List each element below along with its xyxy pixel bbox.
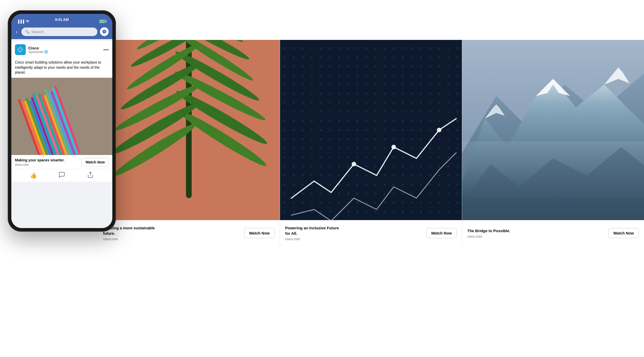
- phone-mockup: ▐▐▐ 9:41 AM: [8, 10, 116, 232]
- search-bar-row: ‹ 🔍 Search: [11, 25, 112, 39]
- like-icon: 👍: [30, 172, 37, 179]
- svg-rect-50: [280, 40, 462, 220]
- phone-screen: ▐▐▐ 9:41 AM: [11, 14, 112, 228]
- ad-footer: Making your spaces smarter. cisco.com Wa…: [11, 155, 112, 169]
- ad-domain-phone: cisco.com: [15, 163, 64, 167]
- carousel-footer-mountains: The Bridge to Possible. cisco.com Watch …: [462, 220, 644, 246]
- svg-rect-61: [462, 141, 644, 198]
- carousel-image-mountains: [462, 40, 644, 220]
- svg-rect-2: [106, 21, 107, 22]
- like-button[interactable]: 👍: [30, 172, 37, 179]
- data-background: /* dots generated in CSS below */: [280, 40, 462, 220]
- status-right: [99, 20, 107, 23]
- svg-point-51: [352, 162, 356, 167]
- signal-icon: ▐▐▐: [17, 20, 24, 23]
- reaction-bar: 👍: [11, 169, 112, 182]
- carousel-ad-title-mountains: The Bridge to Possible.: [467, 228, 510, 233]
- carousel-ad-domain-mountains: cisco.com: [467, 234, 510, 238]
- messenger-button[interactable]: [100, 27, 109, 36]
- phone-shell: ▐▐▐ 9:41 AM: [8, 10, 116, 232]
- svg-point-52: [391, 145, 396, 149]
- post-card: Cisco Sponsored 🌐 ••• Cisco smart buildi…: [11, 41, 112, 169]
- carousel-ad-domain-plant: cisco.com: [103, 237, 160, 241]
- watch-now-button-phone[interactable]: Watch Now: [82, 158, 109, 167]
- svg-rect-1: [100, 21, 105, 22]
- svg-rect-5: [20, 51, 21, 52]
- post-company: Cisco: [28, 46, 48, 50]
- svg-rect-7: [22, 49, 23, 50]
- svg-point-53: [437, 128, 442, 132]
- search-placeholder: Search: [31, 30, 44, 34]
- desktop-carousel-area: Creating a more sustainable future. cisc…: [98, 40, 644, 246]
- carousel-item-mountains: The Bridge to Possible. cisco.com Watch …: [462, 40, 644, 246]
- post-sponsored: Sponsored 🌐: [28, 50, 48, 54]
- carousel-ad-info-mountains: The Bridge to Possible. cisco.com: [467, 228, 510, 238]
- status-time: 9:41 AM: [55, 18, 69, 22]
- carousel-ad-info-data: Powering an Inclusive Future for All. ci…: [285, 225, 342, 241]
- carousel-footer-plant: Creating a more sustainable future. cisc…: [98, 220, 280, 246]
- watch-now-button-mountains[interactable]: Watch Now: [608, 228, 639, 238]
- carousel-ad-title-data: Powering an Inclusive Future for All.: [285, 225, 342, 236]
- watch-now-button-plant[interactable]: Watch Now: [244, 228, 275, 238]
- post-body-text: Cisco smart building solutions allow you…: [11, 57, 112, 78]
- search-bar[interactable]: 🔍 Search: [21, 28, 97, 36]
- post-meta: Cisco Sponsored 🌐: [28, 46, 48, 54]
- back-button[interactable]: ‹: [15, 28, 19, 36]
- plant-background: [98, 40, 280, 220]
- share-icon: [87, 171, 94, 180]
- carousel-image-plant: [98, 40, 280, 220]
- post-header-left: Cisco Sponsored 🌐: [15, 44, 48, 55]
- comment-button[interactable]: [58, 171, 65, 180]
- carousel-container: Creating a more sustainable future. cisc…: [98, 40, 644, 246]
- feed: Cisco Sponsored 🌐 ••• Cisco smart buildi…: [11, 39, 112, 228]
- svg-rect-6: [18, 49, 19, 50]
- ad-footer-text: Making your spaces smarter. cisco.com: [15, 158, 64, 167]
- status-left: ▐▐▐: [17, 20, 30, 23]
- carousel-ad-domain-data: cisco.com: [285, 237, 342, 241]
- search-icon: 🔍: [25, 30, 29, 34]
- status-bar: ▐▐▐ 9:41 AM: [11, 14, 112, 25]
- carousel-footer-data: Powering an Inclusive Future for All. ci…: [280, 220, 462, 246]
- mountains-background: [462, 40, 644, 220]
- post-more-button[interactable]: •••: [103, 47, 109, 53]
- svg-rect-4: [20, 47, 21, 48]
- ad-image: [11, 78, 112, 155]
- post-header: Cisco Sponsored 🌐 •••: [11, 41, 112, 57]
- share-button[interactable]: [87, 171, 94, 180]
- cisco-logo: [15, 44, 26, 55]
- ad-title-phone: Making your spaces smarter.: [15, 158, 64, 162]
- svg-point-3: [16, 45, 25, 54]
- carousel-item-plant: Creating a more sustainable future. cisc…: [98, 40, 280, 246]
- comment-icon: [58, 171, 65, 180]
- wifi-icon: [26, 20, 30, 23]
- carousel-item-data: /* dots generated in CSS below */: [280, 40, 462, 246]
- watch-now-button-data[interactable]: Watch Now: [426, 228, 457, 238]
- globe-icon: 🌐: [44, 50, 48, 54]
- carousel-image-data: /* dots generated in CSS below */: [280, 40, 462, 220]
